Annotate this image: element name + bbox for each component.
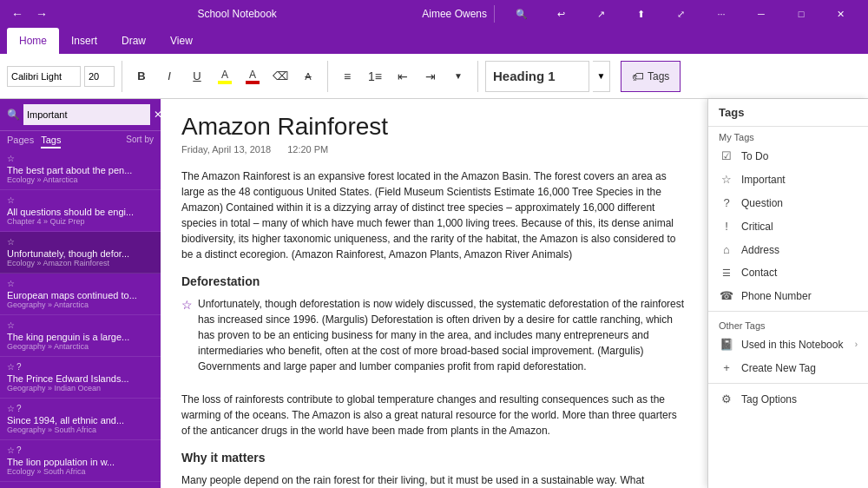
tag-todo[interactable]: ☑ To Do	[708, 144, 868, 168]
search-icon-btn[interactable]: 🔍	[502, 0, 542, 28]
more-button[interactable]: ···	[701, 0, 741, 28]
tag-important-label: Important	[741, 174, 786, 186]
item-icons: ☆	[7, 154, 154, 163]
tab-draw[interactable]: Draw	[109, 28, 158, 54]
tag-address[interactable]: ⌂ Address	[708, 238, 868, 261]
sort-by-button[interactable]: Sort by	[126, 135, 154, 148]
item-icons: ☆	[7, 279, 154, 288]
nav-forward-button[interactable]: →	[31, 3, 52, 24]
star-icon: ☆	[7, 404, 15, 413]
used-in-notebook-item[interactable]: 📓 Used in this Notebook ›	[708, 333, 868, 356]
clear-format-button[interactable]: ⌫	[268, 64, 293, 89]
undo-button[interactable]: ↩	[542, 0, 582, 28]
nav-back-button[interactable]: ←	[7, 3, 28, 24]
ribbon-toolbar: B I U A A ⌫ A ≡ 1≡ ⇤ ⇥ ▼ Heading 1 ▼ 🏷 T…	[0, 54, 868, 99]
font-name-input[interactable]	[7, 66, 81, 87]
list-item[interactable]: ☆ ? The lion population in w... Ecology …	[0, 440, 161, 482]
tags-toolbar-button[interactable]: 🏷 Tags	[621, 61, 681, 92]
share-button[interactable]: ⬆	[621, 0, 661, 28]
heading-style-box: Heading 1	[485, 61, 589, 92]
tag-options-label: Tag Options	[741, 393, 797, 406]
tag-contact[interactable]: ☰ Contact	[708, 261, 868, 284]
search-icon: 🔍	[7, 109, 20, 121]
item-path: Geography » Antarctica	[7, 342, 154, 351]
tab-tags[interactable]: Tags	[41, 135, 61, 148]
item-title: European maps continued to...	[7, 290, 154, 300]
tag-question[interactable]: ? Question	[708, 191, 868, 214]
underline-button[interactable]: U	[185, 64, 209, 89]
tag-question-label: Question	[741, 197, 783, 209]
tab-home[interactable]: Home	[7, 28, 59, 54]
tag-important[interactable]: ☆ Important	[708, 168, 868, 191]
app-title: School Notebook	[197, 8, 276, 20]
increase-indent-button[interactable]: ⇥	[418, 64, 443, 89]
star-icon: ☆	[7, 154, 15, 163]
item-path: Ecology » Antarctica	[7, 175, 154, 184]
heading-dropdown-button[interactable]: ▼	[593, 61, 610, 92]
list-item[interactable]: ☆ ? Since 1994, all ethnic and... Geogra…	[0, 399, 161, 440]
paragraph-3: The loss of rainforests contribute to gl…	[181, 392, 687, 439]
title-bar-right: Aimee Owens 🔍 ↩ ↗ ⬆ ⤢ ··· ─ □ ✕	[422, 0, 861, 28]
used-nb-left: 📓 Used in this Notebook	[719, 338, 843, 351]
title-bar-left: ← →	[7, 3, 52, 24]
tab-view[interactable]: View	[158, 28, 205, 54]
italic-button[interactable]: I	[157, 64, 181, 89]
strikethrough-button[interactable]: A	[296, 64, 320, 89]
star-icon: ☆	[7, 279, 15, 288]
address-icon: ⌂	[719, 243, 734, 256]
chevron-right-icon: ›	[855, 340, 858, 349]
bullet-list-button[interactable]: ≡	[335, 64, 359, 89]
expand-button[interactable]: ⤢	[661, 0, 701, 28]
list-item[interactable]: ☆ All questions should be engi... Chapte…	[0, 190, 161, 232]
tag-critical[interactable]: ! Critical	[708, 214, 868, 238]
item-title: The Prince Edward Islands...	[7, 373, 154, 384]
list-item[interactable]: ☆ ? The Prince Edward Islands... Geograp…	[0, 357, 161, 399]
item-path: Chapter 4 » Quiz Prep	[7, 217, 154, 226]
highlight-button[interactable]: A	[213, 64, 237, 89]
question-icon: ?	[719, 196, 734, 209]
content-area: Amazon Rainforest Friday, April 13, 2018…	[161, 99, 707, 488]
numbered-list-button[interactable]: 1≡	[363, 64, 387, 89]
item-icons: ☆ ?	[7, 404, 154, 413]
bold-button[interactable]: B	[129, 64, 154, 89]
close-button[interactable]: ✕	[821, 0, 861, 28]
panel-search-header: 🔍 ✕	[0, 99, 161, 131]
star-icon: ☆	[7, 445, 15, 455]
tab-insert[interactable]: Insert	[59, 28, 109, 54]
list-item[interactable]: ☆ The best part about the pen... Ecology…	[0, 148, 161, 190]
tag-options-item[interactable]: ⚙ Tag Options	[708, 387, 868, 411]
section-why-it-matters: Why it matters	[181, 449, 687, 467]
font-size-input[interactable]	[84, 66, 115, 87]
other-tags-label: Other Tags	[708, 315, 868, 333]
minimize-button[interactable]: ─	[741, 0, 781, 28]
list-item[interactable]: ☆ European maps continued to... Geograph…	[0, 274, 161, 315]
sep-1	[122, 61, 122, 92]
decrease-indent-button[interactable]: ⇤	[391, 64, 415, 89]
used-in-notebook-label: Used in this Notebook	[741, 339, 843, 351]
tags-divider	[708, 311, 868, 312]
tags-icon: 🏷	[632, 69, 644, 83]
tab-pages[interactable]: Pages	[7, 135, 34, 148]
item-title: The king penguin is a large...	[7, 332, 154, 342]
item-icons: ☆	[7, 320, 154, 330]
indent-more-button[interactable]: ▼	[446, 64, 470, 89]
list-item[interactable]: ☆ Unfortunately, though defor... Ecology…	[0, 232, 161, 274]
list-item[interactable]: ☆ The king penguin is a large... Geograp…	[0, 315, 161, 357]
item-title: The best part about the pen...	[7, 165, 154, 175]
create-new-tag-item[interactable]: + Create New Tag	[708, 356, 868, 379]
contact-icon: ☰	[719, 267, 734, 279]
doc-time: 12:20 PM	[287, 144, 328, 155]
item-path: Geography » Indian Ocean	[7, 384, 154, 392]
maximize-button[interactable]: □	[781, 0, 821, 28]
document-body: The Amazon Rainforest is an expansive fo…	[181, 168, 687, 488]
paragraph-4: Many people depend on the rain forest fo…	[181, 472, 687, 488]
item-icons: ☆ ?	[7, 445, 154, 455]
redo-button[interactable]: ↗	[582, 0, 621, 28]
font-color-button[interactable]: A	[240, 64, 265, 89]
tag-phone[interactable]: ☎ Phone Number	[708, 284, 868, 307]
nav-buttons: ← →	[7, 3, 52, 24]
ribbon-tabs: Home Insert Draw View	[0, 28, 868, 54]
search-input[interactable]	[23, 104, 150, 125]
item-path: Geography » South Africa	[7, 425, 154, 434]
question-icon: ?	[16, 404, 22, 413]
